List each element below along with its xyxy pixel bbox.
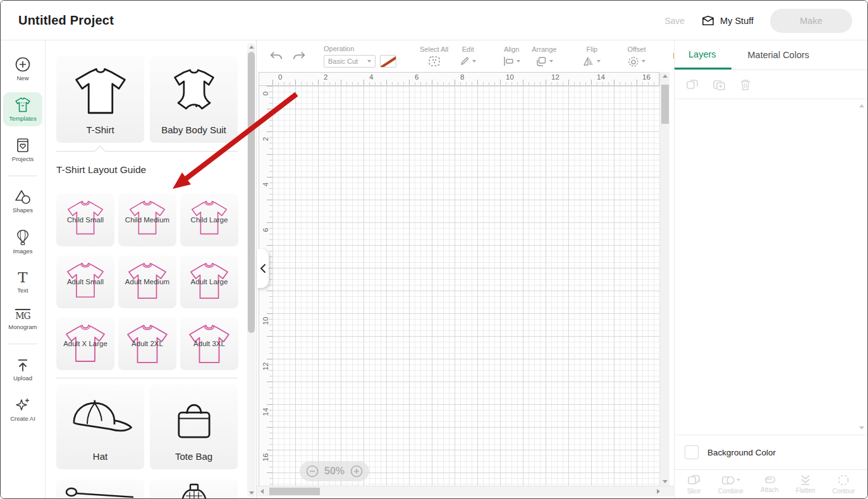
save-button[interactable]: Save	[664, 16, 685, 26]
layer-actions-bar: Slice Combine Attach Flatten Contour	[675, 469, 867, 498]
background-color-row: Background Color	[675, 435, 867, 469]
panel-collapse-handle[interactable]	[257, 249, 269, 288]
layout-card-adult-2xl[interactable]: Adult 2XL	[118, 317, 176, 370]
slice-button[interactable]: Slice	[687, 474, 701, 495]
scroll-up-arrow-icon[interactable]	[663, 75, 668, 78]
layer-tools	[675, 70, 867, 99]
attach-button[interactable]: Attach	[761, 475, 778, 493]
scroll-down-arrow-icon[interactable]	[859, 426, 864, 430]
tote-bag-icon	[169, 397, 219, 447]
sidebar-item-upload[interactable]: Upload	[3, 353, 42, 386]
templates-scrollbar[interactable]	[247, 43, 255, 497]
sidebar-item-templates[interactable]: Templates	[3, 92, 42, 126]
scroll-left-arrow-icon[interactable]	[260, 489, 264, 494]
layout-card-child-medium[interactable]: Child Medium	[118, 193, 176, 246]
scroll-up-arrow-icon[interactable]	[859, 104, 864, 107]
flip-button[interactable]: Flip	[583, 45, 601, 67]
template-card-tote-bag[interactable]: Tote Bag	[150, 385, 238, 469]
template-card-hat[interactable]: Hat	[56, 385, 144, 469]
offset-button[interactable]: Offset	[627, 45, 645, 67]
tab-material-colors[interactable]: Material Colors	[744, 40, 814, 69]
layout-card-adult-medium[interactable]: Adult Medium	[118, 255, 176, 308]
layout-card-adult-small[interactable]: Adult Small	[56, 255, 114, 308]
scroll-right-arrow-icon[interactable]	[657, 489, 660, 494]
duplicate-layer-icon[interactable]	[712, 78, 726, 91]
scroll-down-arrow-icon[interactable]	[663, 480, 668, 483]
caret-down-icon	[517, 60, 520, 63]
horizontal-ruler: 0 2 4 6 8 10 12 14 16	[272, 72, 659, 86]
make-button[interactable]: Make	[770, 9, 852, 33]
zoom-in-button[interactable]	[350, 465, 363, 478]
redo-icon	[292, 51, 306, 62]
frying-pan-icon	[63, 483, 138, 498]
apron-icon	[177, 483, 211, 498]
caret-down-icon	[642, 60, 645, 63]
background-color-label: Background Color	[707, 448, 776, 457]
scroll-up-arrow-icon[interactable]	[249, 45, 254, 49]
template-card-partial[interactable]	[150, 479, 238, 498]
color-swatch[interactable]	[380, 55, 396, 68]
design-canvas[interactable]: 50%	[272, 86, 659, 486]
layout-card-adult-large[interactable]: Adult Large	[180, 255, 238, 308]
combine-icon	[721, 474, 735, 486]
canvas-vertical-scrollbar[interactable]	[659, 72, 669, 486]
ruler-number: 16	[642, 73, 651, 81]
sidebar-item-label: New	[16, 75, 28, 81]
select-all-button[interactable]: Select All	[420, 45, 448, 67]
ruler-number: 2	[324, 73, 327, 81]
layout-card-adult-x-large[interactable]: Adult X Large	[56, 317, 114, 370]
ai-sparkle-icon	[15, 397, 31, 413]
sidebar-item-create-ai[interactable]: Create AI	[3, 392, 42, 426]
sidebar-item-monogram[interactable]: MG Monogram	[3, 304, 42, 335]
background-color-swatch[interactable]	[685, 445, 699, 459]
zoom-level: 50%	[324, 466, 345, 477]
zoom-out-button[interactable]	[306, 465, 319, 478]
sidebar-item-projects[interactable]: Projects	[3, 133, 42, 167]
group-layers-icon[interactable]	[686, 78, 699, 91]
ruler-number: 6	[415, 73, 419, 81]
template-card-partial[interactable]	[56, 479, 144, 498]
pencil-icon	[460, 56, 470, 66]
project-title[interactable]: Untitled Project	[18, 13, 114, 28]
sidebar-item-new[interactable]: New	[3, 52, 42, 86]
operation-select[interactable]: Basic Cut	[324, 55, 376, 68]
redo-button[interactable]	[292, 51, 306, 62]
ruler-number: 12	[551, 73, 559, 81]
sidebar-item-label: Templates	[9, 115, 36, 122]
left-sidebar: New Templates Projects Shapes Images T T…	[1, 40, 46, 498]
sidebar-item-shapes[interactable]: Shapes	[3, 185, 42, 218]
canvas-horizontal-scrollbar[interactable]	[257, 486, 674, 496]
contour-button[interactable]: Contour	[833, 474, 855, 495]
layout-card-child-large[interactable]: Child Large	[180, 193, 238, 246]
template-card-baby-body-suit[interactable]: Baby Body Suit	[150, 56, 238, 143]
arrange-button[interactable]: Arrange	[532, 45, 556, 67]
tab-layers[interactable]: Layers	[675, 40, 731, 69]
sidebar-item-text[interactable]: T Text	[3, 265, 42, 298]
my-stuff-button[interactable]: My Stuff	[701, 15, 754, 27]
flatten-icon	[799, 474, 812, 486]
tool-label: Offset	[627, 45, 645, 53]
sidebar-item-images[interactable]: Images	[3, 224, 42, 259]
edit-button[interactable]: Edit	[460, 45, 476, 67]
action-label: Slice	[687, 488, 701, 495]
template-card-tshirt[interactable]: T-Shirt	[56, 56, 144, 143]
attach-icon	[762, 475, 776, 485]
delete-layer-icon[interactable]	[740, 78, 751, 91]
layout-card-adult-3xl[interactable]: Adult 3XL	[180, 317, 238, 370]
sidebar-item-label: Text	[17, 287, 28, 294]
layout-card-child-small[interactable]: Child Small	[56, 193, 114, 246]
flatten-button[interactable]: Flatten	[796, 474, 816, 494]
combine-button[interactable]: Combine	[718, 474, 743, 495]
scrollbar-thumb[interactable]	[661, 85, 669, 124]
sidebar-item-label: Upload	[13, 375, 32, 382]
scrollbar-thumb[interactable]	[248, 52, 255, 333]
template-card-label: Baby Body Suit	[150, 124, 238, 135]
layer-list[interactable]	[675, 99, 867, 435]
align-button[interactable]: Align	[503, 45, 520, 67]
scrollbar-thumb[interactable]	[269, 488, 320, 495]
ruler-number: 14	[597, 73, 605, 81]
scroll-down-arrow-icon[interactable]	[249, 491, 254, 495]
tshirt-template-icon	[72, 66, 129, 117]
undo-button[interactable]	[269, 51, 283, 62]
select-all-icon	[428, 56, 441, 67]
